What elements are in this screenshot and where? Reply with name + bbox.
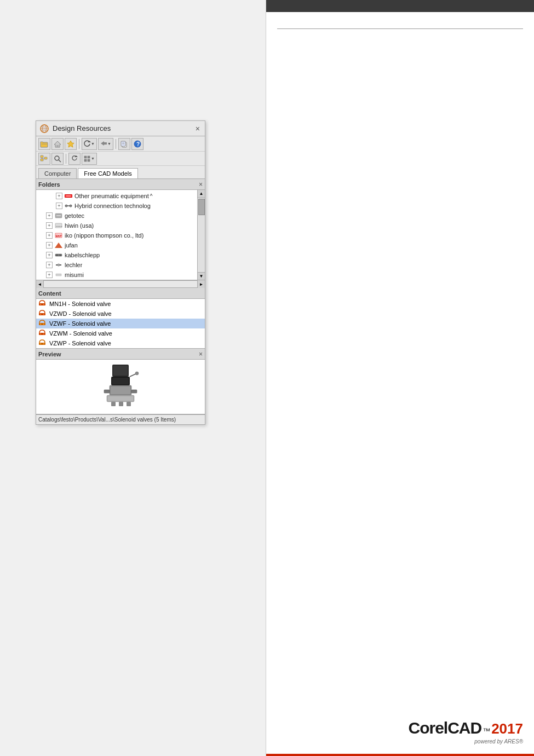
tree-item[interactable]: + lechler [36,260,205,270]
tree-expand-btn[interactable]: + [46,242,53,249]
tb-open-folder-btn[interactable] [38,138,50,150]
dr-toolbar1: ▼ ▼ ? [36,136,205,152]
tree-item-label: hiwin (usa) [65,222,94,229]
dr-statusbar: Catalogs\festo\Products\Val...s\Solenoid… [36,414,205,424]
content-item-vzwm[interactable]: VZWM - Solenoid valve [36,328,205,338]
tb-sep3 [66,154,66,164]
content-item-mn1h[interactable]: MN1H - Solenoid valve [36,299,205,309]
tb-sep1 [79,139,79,149]
svg-rect-79 [108,396,133,401]
dr-content: MN1H - Solenoid valve VZWD - Solenoid va… [36,299,205,349]
svg-rect-20 [41,159,43,161]
tree-item[interactable]: + NM nonnenmann [36,280,205,280]
tree-item-label: Other pneumatic equipment [74,193,149,199]
tb-copy-btn[interactable] [118,138,130,150]
svg-rect-21 [44,157,47,159]
svg-marker-43 [55,243,62,248]
tree-item-label: jufan [65,242,78,249]
content-item-label: VZWM - Solenoid valve [49,330,112,337]
dr-toolbar2: ▼ [36,152,205,166]
scroll-up-btn[interactable]: ▲ [198,190,205,198]
tree-expand-btn[interactable]: + [56,203,62,209]
corelcad-powered: powered by ARES® [408,737,523,745]
svg-point-65 [40,333,41,334]
svg-rect-82 [127,402,131,406]
content-item-icon [38,320,47,327]
tree-expand-btn[interactable]: + [46,252,53,258]
content-item-label: VZWF - Solenoid valve [49,320,111,327]
scroll-thumb[interactable] [198,199,205,215]
tree-item-label: Hybrid connection technolog [74,203,151,209]
design-resources-panel: Design Resources × [36,120,205,425]
tb-refresh-btn[interactable]: ▼ [82,138,97,150]
svg-rect-28 [88,156,90,158]
tree-scrollbar[interactable]: ▲ ▼ [197,190,205,280]
corelcad-name: CorelCAD [408,719,481,737]
svg-point-57 [43,304,44,305]
folders-close-btn[interactable]: × [199,181,203,188]
hscroll-left-btn[interactable]: ◄ [36,280,44,288]
svg-rect-19 [41,155,43,158]
tree-expand-btn[interactable]: + [46,232,53,239]
tree-hscrollbar[interactable]: ◄ ► [36,280,205,288]
preview-close-btn[interactable]: × [199,350,203,358]
tb-help-btn[interactable]: ? [131,138,143,150]
tree-expand-btn[interactable]: + [46,262,53,268]
content-item-vzwp[interactable]: VZWP - Solenoid valve [36,338,205,348]
content-item-label: VZWD - Solenoid valve [49,310,112,317]
tree-item[interactable]: + EKP iko (nippon thompson co., ltd) [36,230,205,240]
svg-point-45 [56,255,58,256]
content-item-vzwd[interactable]: VZWD - Solenoid valve [36,309,205,319]
tree-expand-btn[interactable]: + [46,222,53,229]
tree-item-label: misumi [65,272,84,278]
tab-free-cad-models[interactable]: Free CAD Models [78,168,137,178]
tree-item[interactable]: + Hybrid connection technolog [36,201,205,211]
tb-refresh2-btn[interactable] [68,153,81,165]
tree-item-icon: ~~~~ [54,222,63,229]
svg-point-5 [41,125,48,132]
svg-point-56 [40,304,41,305]
svg-rect-64 [39,333,45,335]
svg-text:EKP: EKP [56,234,62,238]
tree-expand-btn[interactable]: + [46,212,53,219]
tb-grid-view-btn[interactable]: ▼ [82,153,97,165]
svg-point-48 [58,264,60,266]
tree-expand-btn[interactable]: + [56,193,62,199]
tree-item[interactable]: + kabelschlepp [36,250,205,260]
tree-item[interactable]: + Other pneumatic equipment ^ [36,191,205,201]
svg-rect-58 [39,313,45,315]
preview-label: Preview [38,351,61,357]
scroll-down-btn[interactable]: ▼ [198,272,205,280]
right-panel-bottom-line [266,754,534,756]
tree-item-icon: EKP [54,232,63,239]
svg-rect-71 [113,366,128,376]
tab-computer[interactable]: Computer [38,168,77,178]
svg-rect-80 [111,402,116,406]
tb-search-btn[interactable] [51,153,64,165]
tree-expand-btn[interactable]: + [46,272,53,278]
svg-rect-77 [131,390,137,393]
tree-item-label: lechler [65,262,82,268]
dr-title: Design Resources [53,124,111,132]
tb-folder-tree-btn[interactable] [38,153,50,165]
hscroll-right-btn[interactable]: ► [197,280,205,288]
tree-item[interactable]: + ~~~~ hiwin (usa) [36,221,205,230]
content-item-vzwf[interactable]: VZWF - Solenoid valve [36,319,205,328]
tb-home-btn[interactable] [51,138,64,150]
tree-item-icon [54,212,63,220]
dr-close-button[interactable]: × [194,124,202,133]
tree-item-icon [54,251,63,259]
tree-item-icon [64,192,73,200]
tree-item[interactable]: + jufan [36,240,205,250]
tb-favorites-btn[interactable] [65,138,77,150]
svg-rect-73 [112,378,129,384]
svg-text:?: ? [136,141,140,147]
svg-point-62 [40,324,41,325]
tree-item[interactable]: + getotec [36,211,205,221]
tree-item[interactable]: + misumi [36,270,205,280]
tree-item-icon [54,261,63,269]
svg-point-63 [43,324,44,325]
tb-back-btn[interactable]: ▼ [98,138,113,150]
svg-text:~~~~: ~~~~ [56,224,62,228]
dr-tabs: Computer Free CAD Models [36,166,205,179]
